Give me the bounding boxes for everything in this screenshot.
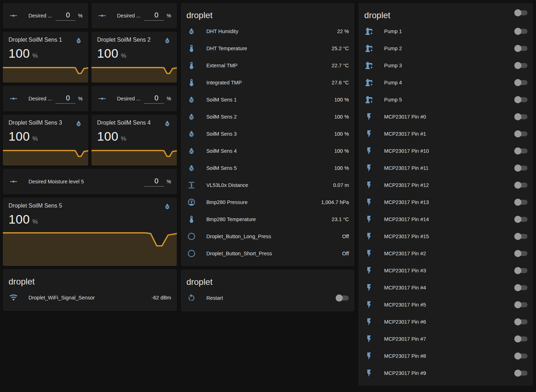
entity-label[interactable]: MCP23017 Pin #6 [384, 319, 510, 325]
entity-label[interactable]: MCP23017 Pin #9 [384, 370, 510, 376]
entity-label[interactable]: Restart [206, 295, 332, 301]
entity-label[interactable]: MCP23017 Pin #7 [384, 336, 510, 342]
soil-sensor-card-4[interactable]: Droplet SoilM Sens 4 100 % [91, 115, 177, 166]
sensor-card-title: Droplet SoilM Sens 2 [97, 37, 151, 43]
toggle-switch[interactable] [514, 233, 527, 240]
entity-label[interactable]: Bmp280 Pressure [206, 199, 317, 205]
entity-label[interactable]: SoilM Sens 5 [206, 165, 330, 171]
sensor-value: 100 % [97, 46, 171, 61]
entity-label[interactable]: MCP23017 Pin #5 [384, 302, 510, 308]
entity-label[interactable]: Pump 2 [384, 46, 510, 51]
desired-moisture-input-4[interactable] [144, 94, 164, 104]
entity-label[interactable]: Pump 5 [384, 97, 510, 103]
switch-icon [364, 181, 378, 189]
entity-value: 23.1 °C [332, 216, 349, 222]
entity-label[interactable]: Desired ... [117, 96, 141, 101]
wifi-icon [9, 293, 23, 302]
entity-label[interactable]: MCP23017 Pin #15 [384, 234, 510, 239]
toggle-switch[interactable] [514, 318, 527, 325]
toggle-switch[interactable] [514, 335, 527, 343]
toggle-switch[interactable] [514, 370, 527, 377]
entity-label[interactable]: Droplet_WiFi_Signal_Sensor [28, 295, 147, 300]
toggle-switch[interactable] [514, 352, 527, 360]
entity-label[interactable]: Droplet_Button_Short_Press [206, 251, 338, 256]
card-title: droplet [3, 269, 177, 289]
toggle-switch[interactable] [514, 164, 527, 172]
toggle-switch[interactable] [514, 62, 527, 69]
entity-label[interactable]: MCP23017 Pin #1 [384, 131, 510, 137]
entity-label[interactable]: Pump 4 [384, 80, 510, 85]
entity-label[interactable]: Pump 1 [384, 28, 510, 34]
entity-label[interactable]: MCP23017 Pin #2 [384, 251, 510, 256]
sensor-card-header: Droplet SoilM Sens 5 [9, 203, 171, 210]
entity-label[interactable]: MCP23017 Pin #11 [384, 165, 510, 171]
toggle-switch[interactable] [514, 284, 527, 291]
toggle-switch[interactable] [514, 199, 527, 206]
entity-label[interactable]: Desired Moisture level 5 [28, 179, 141, 184]
entity-label[interactable]: Pump 3 [384, 63, 510, 68]
entity-row: Droplet_Button_Short_Press Off [181, 245, 355, 262]
entity-label[interactable]: Desired ... [28, 96, 53, 101]
switch-row: MCP23017 Pin #5 [358, 296, 533, 313]
toggle-switch[interactable] [514, 96, 527, 103]
desired-moisture-input-5[interactable] [144, 177, 164, 187]
toggle-switch[interactable] [514, 301, 527, 308]
entity-label[interactable]: SoilM Sens 1 [206, 97, 330, 103]
toggle-switch[interactable] [514, 79, 527, 86]
droplet-restart-card: droplet Restart [181, 270, 355, 312]
switch-icon [364, 113, 378, 121]
entity-label[interactable]: Desired ... [117, 13, 141, 19]
entity-label[interactable]: MCP23017 Pin #0 [384, 114, 510, 120]
sensor-value-number: 100 [9, 129, 30, 143]
entity-label[interactable]: SoilM Sens 2 [206, 114, 330, 120]
toggle-switch[interactable] [514, 182, 527, 189]
entity-label[interactable]: SoilM Sens 4 [206, 148, 330, 154]
entity-label[interactable]: MCP23017 Pin #10 [384, 148, 510, 154]
water-percent-icon [163, 120, 171, 127]
toggle-switch[interactable] [514, 250, 527, 257]
entity-value: 22.7 °C [332, 63, 349, 68]
entity-label[interactable]: DHT Temperature [206, 46, 327, 51]
toggle-switch[interactable] [514, 130, 527, 137]
desired-moisture-input-1[interactable] [56, 11, 75, 21]
toggle-switch[interactable] [514, 147, 527, 155]
entity-label[interactable]: Droplet_Button_Long_Press [206, 234, 338, 239]
entity-label[interactable]: Integrated TMP [206, 80, 327, 85]
toggle-switch[interactable] [514, 113, 527, 120]
restart-toggle[interactable] [336, 294, 349, 302]
toggle-switch[interactable] [514, 28, 527, 35]
toggle-switch[interactable] [514, 216, 527, 223]
sensor-row-1: Droplet SoilM Sens 1 100 % Droplet SoilM… [3, 32, 177, 83]
entity-label[interactable]: MCP23017 Pin #14 [384, 216, 510, 222]
entity-label[interactable]: MCP23017 Pin #8 [384, 353, 510, 359]
entity-label[interactable]: Desired ... [28, 13, 53, 19]
restart-icon [186, 294, 201, 302]
entity-label[interactable]: SoilM Sens 3 [206, 131, 330, 137]
entity-label[interactable]: VL53L0x Distance [206, 182, 329, 188]
wifi-signal-card: droplet Droplet_WiFi_Signal_Sensor -62 d… [3, 269, 177, 311]
desired-moisture-input-3[interactable] [56, 94, 75, 104]
soil-sensor-card-3[interactable]: Droplet SoilM Sens 3 100 % [3, 115, 88, 166]
unit-label: % [167, 179, 171, 184]
card-title: droplet [181, 3, 355, 23]
toggle-switch[interactable] [514, 267, 527, 274]
entity-label[interactable]: MCP23017 Pin #12 [384, 182, 510, 188]
entity-label[interactable]: MCP23017 Pin #3 [384, 268, 510, 273]
toggle-all-switch[interactable] [514, 9, 527, 16]
middle-column: droplet DHT Humidity 22 % DHT Temperatur… [181, 3, 355, 389]
entity-label[interactable]: Bmp280 Temperature [206, 216, 327, 222]
entity-label[interactable]: MCP23017 Pin #13 [384, 199, 510, 205]
soil-sensor-card-1[interactable]: Droplet SoilM Sens 1 100 % [3, 32, 88, 83]
entity-label[interactable]: MCP23017 Pin #4 [384, 285, 510, 291]
soil-sensor-card-5[interactable]: Droplet SoilM Sens 5 100 % [3, 198, 177, 266]
entity-icon [186, 78, 201, 87]
entity-value: 27.6 °C [332, 80, 349, 85]
entity-icon [186, 215, 201, 224]
entity-label[interactable]: External TMP [206, 63, 327, 68]
toggle-switch[interactable] [514, 45, 527, 52]
soil-sensor-card-2[interactable]: Droplet SoilM Sens 2 100 % [91, 32, 177, 83]
entity-label[interactable]: DHT Humidity [206, 28, 333, 34]
desired-moisture-input-2[interactable] [144, 11, 164, 21]
switch-row: MCP23017 Pin #10 [358, 142, 533, 160]
switch-row: Pump 4 [358, 74, 533, 91]
